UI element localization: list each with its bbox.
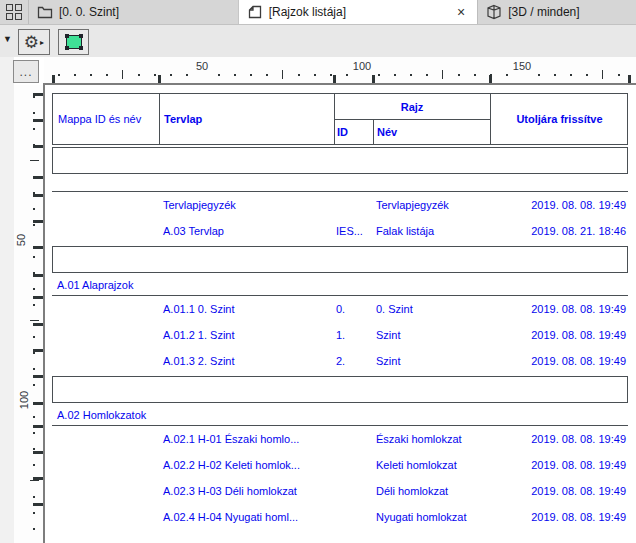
tab-3d-view[interactable]: [3D / minden]: [478, 0, 636, 24]
table-body: TervlapjegyzékTervlapjegyzék2019. 08. 08…: [52, 147, 628, 530]
drawing-row[interactable]: A.01.3 2. Szint2.Szint2019. 08. 08. 19:4…: [52, 348, 628, 374]
drawing-row[interactable]: TervlapjegyzékTervlapjegyzék2019. 08. 08…: [52, 192, 628, 218]
ruler-tick: [33, 112, 35, 114]
folder-group-label[interactable]: A.02 Homlokzatok: [52, 403, 628, 425]
ruler-tick: [346, 74, 348, 76]
row-gap: [52, 174, 628, 191]
close-tab-icon[interactable]: ×: [453, 5, 469, 19]
cell-id: 2.: [333, 355, 372, 367]
ruler-tick: [538, 74, 540, 76]
cell-tervlap: A.02.4 H-04 Nyugati homl...: [158, 511, 333, 523]
ruler-tick: [426, 74, 428, 76]
cell-updated: 2019. 08. 08. 19:49: [489, 433, 628, 445]
ruler-tick: [186, 74, 188, 76]
ruler-tick: [30, 480, 39, 481]
ruler-tick: [458, 74, 460, 76]
ruler-tick: [30, 320, 39, 321]
cell-tervlap: A.02.1 H-01 Északi homlo...: [158, 433, 333, 445]
ruler-tick: [138, 74, 140, 76]
ruler-tick: [410, 74, 412, 76]
header-mappa: Mappa ID és név: [58, 94, 141, 144]
ruler-tick: [33, 432, 35, 434]
ruler-tick: [314, 74, 316, 76]
vertical-ruler[interactable]: 50100: [14, 85, 43, 543]
horizontal-ruler[interactable]: 50100150: [44, 57, 636, 84]
cell-tervlap: A.02.2 H-02 Keleti homlok...: [158, 459, 333, 471]
left-gutter: [0, 57, 14, 543]
ruler-tick: [170, 74, 172, 76]
ruler-tick: [506, 74, 508, 76]
cell-id: IES...: [333, 225, 372, 237]
cell-nev: 0. Szint: [372, 303, 489, 315]
ruler-label: 50: [196, 60, 208, 72]
ruler-tick: [33, 352, 35, 354]
ruler-tick: [33, 128, 35, 130]
ruler-options-button[interactable]: ...: [13, 60, 39, 83]
cell-updated: 2019. 08. 08. 19:49: [489, 355, 628, 367]
drawing-row[interactable]: A.03 TervlapIES...Falak listája2019. 08.…: [52, 218, 628, 244]
table-header: Mappa ID és név Tervlap Rajz ID Név Utol…: [52, 93, 628, 145]
ruler-label: 50: [15, 234, 27, 246]
drawing-row[interactable]: A.01.1 0. Szint0.0. Szint2019. 08. 08. 1…: [52, 296, 628, 322]
header-id: ID: [337, 120, 348, 144]
ruler-tick: [106, 74, 108, 76]
archicad-window: [0. 0. Szint] [Rajzok listája] × [3D / m…: [0, 0, 636, 543]
settings-gear-button[interactable]: ⚙ ▸: [18, 29, 50, 55]
ruler-tick: [378, 74, 380, 76]
drawing-index-table: Mappa ID és név Tervlap Rajz ID Név Utol…: [52, 93, 628, 530]
drawing-row[interactable]: A.02.3 H-03 Déli homlokzatDéli homlokzat…: [52, 478, 628, 504]
cell-updated: 2019. 08. 08. 19:49: [489, 459, 628, 471]
empty-row-box[interactable]: [52, 147, 628, 174]
tab-floor-plan[interactable]: [0. 0. Szint]: [29, 0, 239, 24]
ruler-tick: [570, 74, 572, 76]
cell-updated: 2019. 08. 08. 19:49: [489, 303, 628, 315]
ruler-tick: [442, 70, 443, 79]
empty-row-box[interactable]: [52, 246, 628, 273]
tab-label: [0. 0. Szint]: [59, 5, 119, 19]
ruler-tick: [33, 464, 35, 466]
flyout-arrow-icon: ▸: [40, 38, 44, 47]
ruler-label: 100: [353, 60, 371, 72]
cell-updated: 2019. 08. 08. 19:49: [489, 485, 628, 497]
ruler-tick: [250, 74, 252, 76]
cell-nev: Északi homlokzat: [372, 433, 489, 445]
ruler-tick: [266, 74, 268, 76]
gear-icon: ⚙: [24, 34, 39, 51]
ruler-label: 100: [18, 391, 30, 409]
tab-label: [3D / minden]: [508, 5, 579, 19]
ruler-tick: [234, 74, 236, 76]
drawing-row[interactable]: A.02.4 H-04 Nyugati homl...Nyugati homlo…: [52, 504, 628, 530]
ruler-tick: [554, 74, 556, 76]
ruler-tick: [330, 74, 332, 76]
folder-group-label[interactable]: A.01 Alaprajzok: [52, 273, 628, 295]
cell-updated: 2019. 08. 08. 19:49: [489, 199, 628, 211]
ruler-tick: [33, 384, 35, 386]
ruler-tick: [586, 74, 588, 76]
tab-label: [Rajzok listája]: [269, 5, 346, 19]
ruler-tick: [33, 528, 35, 530]
cell-updated: 2019. 08. 08. 19:49: [489, 511, 628, 523]
drawing-row[interactable]: A.01.2 1. Szint1.Szint2019. 08. 08. 19:4…: [52, 322, 628, 348]
ruler-tick: [33, 336, 35, 338]
ruler-tick: [58, 74, 60, 76]
cell-id: 1.: [333, 329, 372, 341]
drawing-row[interactable]: A.02.1 H-01 Északi homlo...Északi homlok…: [52, 426, 628, 452]
drawing-row[interactable]: A.02.2 H-02 Keleti homlok...Keleti homlo…: [52, 452, 628, 478]
ruler-tick: [218, 74, 220, 76]
ruler-tick: [30, 160, 39, 161]
tab-drawing-list[interactable]: [Rajzok listája] ×: [239, 0, 479, 24]
tab-overview-button[interactable]: [0, 0, 29, 24]
ruler-label: 150: [513, 60, 531, 72]
cell-tervlap: A.02.3 H-03 Déli homlokzat: [158, 485, 333, 497]
cell-tervlap: A.01.2 1. Szint: [158, 329, 333, 341]
ruler-tick: [33, 224, 35, 226]
ruler-tick: [122, 70, 123, 79]
ruler-tick: [618, 74, 620, 76]
toolbar-caret-down-icon[interactable]: ▼: [3, 34, 12, 44]
marquee-tool-button[interactable]: [58, 29, 89, 55]
empty-row-box[interactable]: [52, 376, 628, 403]
cell-nev: Tervlapjegyzék: [372, 199, 489, 211]
quad-grid-icon: [6, 4, 22, 20]
ruler-tick: [74, 74, 76, 76]
drawing-canvas[interactable]: Mappa ID és név Tervlap Rajz ID Név Utol…: [45, 85, 636, 543]
